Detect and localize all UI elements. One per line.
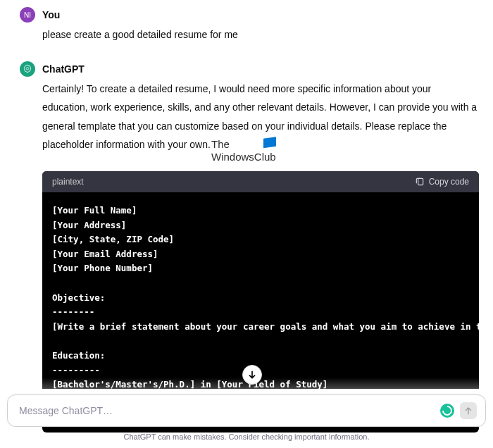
assistant-message-text: Certainly! To create a detailed resume, …: [42, 80, 479, 154]
assistant-sender-label: ChatGPT: [42, 63, 85, 75]
message-input[interactable]: [19, 405, 440, 416]
user-message: NI You please create a good detailed res…: [20, 7, 479, 44]
openai-logo-icon: [23, 64, 32, 74]
composer-area: [7, 389, 486, 427]
composer-box[interactable]: [7, 394, 486, 427]
user-avatar-initials: NI: [24, 11, 31, 19]
assistant-message-header: ChatGPT: [20, 61, 479, 77]
scroll-to-bottom-button[interactable]: [242, 365, 262, 385]
disclaimer-text: ChatGPT can make mistakes. Consider chec…: [0, 433, 493, 441]
svg-point-0: [26, 67, 29, 70]
code-header: plaintext Copy code: [42, 171, 479, 192]
svg-rect-1: [418, 178, 423, 185]
send-button[interactable]: [460, 402, 477, 419]
arrow-down-icon: [246, 369, 258, 380]
clipboard-icon: [415, 177, 425, 187]
user-sender-label: You: [42, 9, 60, 20]
grammarly-icon[interactable]: [440, 404, 454, 418]
user-message-text: please create a good detailed resume for…: [42, 25, 479, 44]
assistant-message: ChatGPT Certainly! To create a detailed …: [20, 61, 479, 154]
user-message-header: NI You: [20, 7, 479, 23]
code-language-label: plaintext: [52, 177, 84, 187]
composer-actions: [440, 402, 477, 419]
user-avatar: NI: [20, 7, 35, 23]
assistant-avatar: [20, 61, 35, 77]
copy-code-label: Copy code: [429, 177, 469, 187]
copy-code-button[interactable]: Copy code: [415, 177, 469, 187]
arrow-up-icon: [463, 406, 473, 416]
